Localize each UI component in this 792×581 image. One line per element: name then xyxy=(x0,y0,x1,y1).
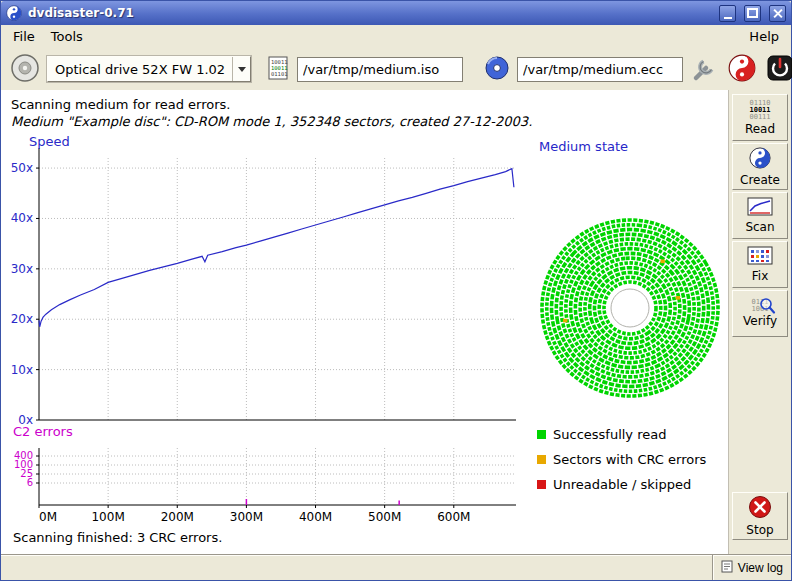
maximize-button[interactable] xyxy=(744,5,761,22)
close-button[interactable] xyxy=(769,5,786,22)
svg-text:6: 6 xyxy=(27,477,33,488)
svg-text:40x: 40x xyxy=(11,211,33,225)
svg-text:10x: 10x xyxy=(11,363,33,377)
medium-state-panel: Medium state Successfully read Sectors w… xyxy=(531,134,729,545)
verify-label: Verify xyxy=(743,314,777,328)
svg-text:300M: 300M xyxy=(230,510,263,524)
log-icon xyxy=(721,560,733,576)
svg-text:30x: 30x xyxy=(11,262,33,276)
window-title: dvdisaster-0.71 xyxy=(28,6,711,20)
svg-text:500M: 500M xyxy=(368,510,401,524)
legend-item: Successfully read xyxy=(537,422,729,447)
svg-text:600M: 600M xyxy=(437,510,470,524)
combo-arrow-box xyxy=(232,57,250,81)
app-logo-icon xyxy=(6,5,22,21)
speed-c2-chart: 0M100M200M300M400M500M600M0x10x20x30x40x… xyxy=(1,134,531,526)
legend-swatch xyxy=(537,455,546,464)
binary-read-icon: 01110 10011 00111 xyxy=(749,100,770,121)
fix-label: Fix xyxy=(752,269,768,283)
svg-text:20x: 20x xyxy=(11,312,33,326)
exit-button[interactable] xyxy=(765,53,792,86)
stop-button[interactable]: Stop xyxy=(732,492,788,540)
scan-result-text: Scanning finished: 3 CRC errors. xyxy=(1,526,531,545)
wrench-icon xyxy=(690,54,718,85)
red-disc-icon xyxy=(728,54,756,85)
legend-item: Sectors with CRC errors xyxy=(537,447,729,472)
svg-text:0M: 0M xyxy=(39,510,57,524)
preferences-button[interactable] xyxy=(689,53,719,86)
fix-button[interactable]: Fix xyxy=(732,241,788,288)
ecc-path-input[interactable] xyxy=(517,57,683,82)
yin-yang-icon xyxy=(749,147,771,172)
bottom-statusbar: View log xyxy=(1,554,791,580)
iso-path-input[interactable] xyxy=(297,57,463,82)
legend-label: Sectors with CRC errors xyxy=(553,452,706,467)
power-icon xyxy=(766,54,792,85)
minimize-button[interactable] xyxy=(719,5,736,22)
svg-text:100M: 100M xyxy=(91,510,124,524)
menu-file[interactable]: File xyxy=(5,27,43,46)
create-label: Create xyxy=(740,173,780,187)
app-window: dvdisaster-0.71 File Tools Help Optical … xyxy=(0,0,792,581)
status-line-2: Medium "Example disc": CD-ROM mode 1, 35… xyxy=(11,113,728,130)
toolbar: Optical drive 52X FW 1.02 10011 10011 01… xyxy=(1,48,791,90)
drive-combobox-value: Optical drive 52X FW 1.02 xyxy=(48,62,232,77)
medium-state-title: Medium state xyxy=(539,139,729,154)
view-log-button[interactable]: View log xyxy=(712,555,791,580)
drawing-canvas: Scanning medium for read errors. Medium … xyxy=(1,90,729,554)
scan-chart-icon xyxy=(747,197,773,219)
svg-text:C2 errors: C2 errors xyxy=(13,424,73,439)
legend-label: Successfully read xyxy=(553,427,666,442)
iso-file-button[interactable]: 10011 10011 01101 xyxy=(265,54,291,85)
menu-tools[interactable]: Tools xyxy=(43,27,91,46)
svg-text:01101: 01101 xyxy=(271,71,288,77)
medium-state-disc xyxy=(532,210,728,406)
toolbar-right-group xyxy=(689,53,792,86)
legend-label: Unreadable / skipped xyxy=(553,477,691,492)
read-button[interactable]: 01110 10011 00111 Read xyxy=(732,94,788,141)
drive-button[interactable] xyxy=(9,52,41,87)
verify-icon: 0111 1001 xyxy=(752,299,769,313)
action-sidebar: 01110 10011 00111 Read Create xyxy=(729,90,791,554)
view-log-label: View log xyxy=(738,561,783,575)
ecc-file-icon xyxy=(484,55,510,84)
status-line-1: Scanning medium for read errors. xyxy=(11,96,728,113)
scan-button[interactable]: Scan xyxy=(732,192,788,239)
svg-text:50x: 50x xyxy=(11,161,33,175)
charts-panel: 0M100M200M300M400M500M600M0x10x20x30x40x… xyxy=(1,134,531,545)
drive-icon xyxy=(10,53,40,86)
close-icon xyxy=(773,9,782,18)
stop-label: Stop xyxy=(746,523,773,537)
menubar: File Tools Help xyxy=(1,25,791,48)
svg-text:200M: 200M xyxy=(161,510,194,524)
chevron-down-icon xyxy=(238,67,246,72)
stop-icon xyxy=(748,495,772,522)
titlebar[interactable]: dvdisaster-0.71 xyxy=(1,1,791,25)
legend-swatch xyxy=(537,430,546,439)
legend-item: Unreadable / skipped xyxy=(537,472,729,497)
legend: Successfully read Sectors with CRC error… xyxy=(537,422,729,497)
maximize-icon xyxy=(747,8,758,18)
ecc-file-button[interactable] xyxy=(483,54,511,85)
svg-text:Speed: Speed xyxy=(29,134,70,149)
minimize-icon xyxy=(724,17,732,19)
menu-help[interactable]: Help xyxy=(741,27,787,46)
main-row: Scanning medium for read errors. Medium … xyxy=(1,90,791,554)
drive-combobox[interactable]: Optical drive 52X FW 1.02 xyxy=(47,56,251,82)
legend-swatch xyxy=(537,480,546,489)
iso-file-icon: 10011 10011 01101 xyxy=(266,55,290,84)
status-area: Scanning medium for read errors. Medium … xyxy=(1,90,728,134)
scan-label: Scan xyxy=(745,220,774,234)
dvdisaster-disc-button[interactable] xyxy=(727,53,757,86)
create-button[interactable]: Create xyxy=(732,143,788,190)
verify-button[interactable]: 0111 1001 Verify xyxy=(732,290,788,337)
fix-icon xyxy=(747,246,773,268)
svg-text:400M: 400M xyxy=(299,510,332,524)
read-label: Read xyxy=(745,122,775,136)
